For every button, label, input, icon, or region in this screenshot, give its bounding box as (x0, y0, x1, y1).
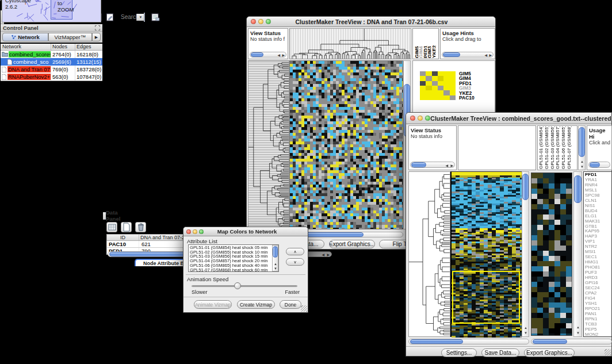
view-status-hscrollbar[interactable]: ◀ ▶ (250, 52, 286, 58)
col-network[interactable]: Network (1, 44, 51, 50)
usage-hints-hscrollbar[interactable] (588, 162, 610, 168)
scroll-down-icon[interactable]: ▼ (580, 165, 584, 168)
tv2-heatmap-vscrollbar[interactable]: ▲ ▼ (522, 171, 529, 337)
tv1-zoom-matrix[interactable] (420, 71, 456, 100)
vscroll-thumb[interactable] (273, 246, 278, 258)
create-vizmap-button[interactable]: Create Vizmap (237, 300, 275, 309)
scroll-left-icon[interactable]: ◀ (484, 53, 487, 57)
hscroll-thumb[interactable] (590, 162, 600, 167)
scroll-down-icon[interactable]: ▼ (274, 267, 277, 270)
list-item[interactable]: GPL51-07 (GSM868) heat shock 60 min (189, 268, 278, 272)
zoom-button[interactable] (199, 229, 204, 234)
tv2-selection-rect[interactable] (452, 271, 520, 324)
scroll-down-icon[interactable]: ▼ (576, 331, 580, 335)
slider-thumb[interactable] (234, 282, 241, 289)
tv2-genelist-vscrollbar[interactable]: ▲ ▼ (573, 171, 582, 337)
minimize-button[interactable] (193, 229, 197, 234)
scroll-up-icon[interactable]: ▲ (576, 325, 580, 329)
vscroll-thumb[interactable] (579, 127, 585, 157)
tv1-export-graphics-button[interactable]: Export Graphics... (329, 240, 375, 248)
hscroll-thumb[interactable] (533, 339, 567, 344)
list-item[interactable]: GPL51-02 (GSM855) (544, 127, 550, 169)
scroll-left-icon[interactable]: ◀ (322, 253, 324, 256)
attribute-list-vscrollbar[interactable]: ▲ ▼ (272, 245, 278, 271)
tv1-heatmap[interactable] (289, 60, 403, 229)
hscroll-thumb[interactable] (411, 162, 426, 167)
tv2-row-dendrogram[interactable] (408, 171, 450, 337)
id-column-header[interactable]: ID (107, 235, 139, 240)
done-button[interactable]: Done (280, 300, 301, 309)
list-item[interactable]: GPL51-03 (GSM856) (550, 127, 556, 169)
zoom-button[interactable] (425, 116, 430, 121)
usage-hints-hscrollbar[interactable]: ◀ ▶ (442, 52, 494, 58)
network-row-rnapuber[interactable]: RNAPuberNov2+ 563(0) 107847(0) (1, 73, 102, 81)
tab-vizmapper[interactable]: VizMapper™ (48, 33, 92, 41)
close-button[interactable] (186, 229, 191, 234)
list-item[interactable]: GIM3 (427, 30, 431, 58)
animate-vizmap-button[interactable]: Animate Vizmap (194, 300, 232, 309)
select-attributes-icon[interactable] (106, 222, 117, 232)
tv2-settings-button[interactable]: Settings... (441, 348, 477, 357)
tv2-column-dendrogram-area[interactable] (458, 125, 536, 170)
network-row-combined-scores[interactable]: combined_scores 2764(0) 16218(0) (1, 51, 102, 58)
view-status-hscrollbar[interactable]: ◀ ▶ (410, 162, 455, 168)
list-item[interactable]: GPL51-07 (GSM868) (567, 127, 572, 169)
list-item[interactable]: MON2 (585, 332, 611, 337)
tv2-gene-list[interactable]: PFD1YRA1RNR4MSL1SPC98CLN1NIS1BUD4ELG1MAK… (583, 171, 612, 337)
scroll-right-icon[interactable]: ▶ (489, 53, 492, 57)
dialog-title-bar[interactable]: Map Colors to Network (183, 227, 308, 236)
new-attribute-icon[interactable] (121, 222, 132, 232)
scroll-right-icon[interactable]: ▶ (282, 53, 285, 57)
scroll-right-icon[interactable]: ▶ (450, 164, 453, 167)
attribute-list[interactable]: GPL51-01 (GSM854) heat shock 05 minGPL51… (188, 244, 279, 272)
hscroll-thumb[interactable] (251, 52, 263, 57)
animation-speed-slider[interactable] (192, 285, 297, 287)
scroll-up-icon[interactable]: ▲ (524, 326, 527, 329)
close-button[interactable] (251, 19, 256, 24)
move-up-button[interactable]: ∧ (286, 248, 304, 255)
zoom-button[interactable] (266, 19, 271, 24)
tv2-labels-vscrollbar[interactable]: ▲ ▼ (578, 125, 586, 170)
scroll-left-icon[interactable]: ◀ (445, 164, 448, 167)
scroll-down-icon[interactable]: ▼ (524, 331, 527, 335)
scroll-right-icon[interactable]: ▶ (327, 253, 330, 256)
list-item[interactable]: GIM4 (418, 30, 422, 58)
network-row-dna-tran[interactable]: DNA and Tran 07 769(0) 183728(0) (1, 66, 102, 73)
list-item[interactable]: YKE2 (431, 30, 435, 58)
col-edges[interactable]: Edges (75, 44, 102, 50)
treeview2-title-bar[interactable]: ClusterMaker TreeView : combined_scores_… (406, 113, 611, 124)
tv2-zoom-heatmap[interactable] (531, 173, 572, 336)
tv2-export-graphics-button[interactable]: Export Graphics... (524, 348, 575, 357)
scroll-up-icon[interactable]: ▲ (274, 262, 277, 266)
tab-network[interactable]: Network (2, 33, 48, 41)
tv2-hscrollbar-left[interactable] (408, 339, 529, 344)
annotation-icon[interactable] (104, 12, 115, 22)
tv1-row-dendrogram[interactable] (248, 60, 289, 229)
search-input[interactable]: ▼ (144, 13, 145, 22)
minimize-button[interactable] (418, 116, 423, 121)
list-item[interactable]: GPL51-04 (GSM857) (555, 127, 561, 169)
search-dropdown-arrow-icon[interactable]: ▼ (136, 14, 144, 21)
minimize-button[interactable] (258, 19, 263, 24)
tv1-column-dendrogram[interactable] (289, 28, 411, 59)
float-panel-icon[interactable] (95, 25, 100, 30)
scroll-up-icon[interactable]: ▲ (580, 160, 584, 163)
tv2-heatmap[interactable] (450, 171, 522, 337)
attribute-browser-icon[interactable] (150, 12, 160, 22)
vscroll-thumb[interactable] (522, 174, 529, 200)
tv2-save-data-button[interactable]: Save Data... (481, 348, 519, 357)
close-button[interactable] (410, 116, 415, 121)
move-down-button[interactable]: ∨ (286, 258, 304, 266)
delete-attribute-icon[interactable] (135, 222, 146, 232)
resize-grip[interactable] (605, 349, 611, 355)
treeview1-title-bar[interactable]: ClusterMaker TreeView : DNA and Tran 07-… (247, 17, 495, 27)
hscroll-thumb[interactable] (443, 52, 460, 57)
col-nodes[interactable]: Nodes (51, 44, 75, 50)
vscroll-thumb[interactable] (574, 175, 582, 203)
list-item[interactable]: GPL51-06 (GSM865) (561, 127, 567, 169)
network-row-selected[interactable]: combined_sco 2569(6) 13112(15) (1, 58, 102, 66)
tv2-hscrollbar-right[interactable] (531, 339, 612, 344)
resize-grip[interactable] (301, 305, 307, 312)
attribute-row[interactable]: PAC10 621 (106, 241, 193, 248)
scroll-left-icon[interactable]: ◀ (277, 53, 280, 57)
